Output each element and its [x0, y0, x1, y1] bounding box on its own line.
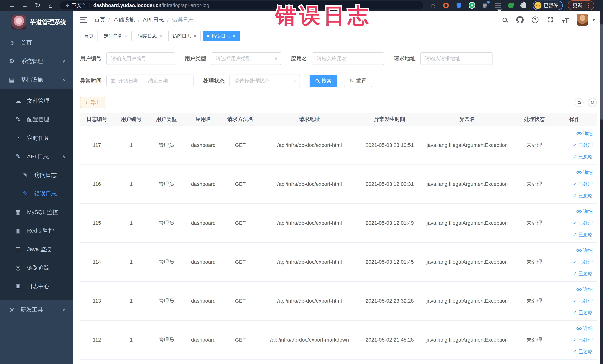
extension-leaf-icon[interactable] [507, 1, 515, 10]
extensions-puzzle-icon[interactable] [520, 1, 528, 10]
page-scrollbar[interactable] [600, 11, 603, 364]
leaf-glyph [508, 3, 514, 8]
date-range-picker[interactable]: ▦ 开始日期 - 结束日期 [106, 75, 194, 87]
sidebar-item-MySQL-监控[interactable]: ▦MySQL 监控 [0, 203, 73, 221]
cell-app: dashboard [184, 126, 223, 165]
tag-view-tab-定时任务[interactable]: 定时任务× [100, 31, 132, 41]
sidebar-item-配置管理[interactable]: ✎配置管理 [0, 110, 73, 129]
tag-view-tab-错误日志[interactable]: 错误日志× [203, 31, 240, 41]
reset-button[interactable]: ↻ 重置 [344, 75, 372, 87]
action-link-已忽略[interactable]: ✓已忽略 [554, 190, 593, 201]
sidebar-item-API-日志[interactable]: ✎API 日志∧ [0, 147, 73, 166]
cell-id: 112 [80, 320, 114, 359]
scrollbar-thumb[interactable] [600, 24, 603, 120]
sidebar-item-错误日志[interactable]: ✎错误日志 [0, 184, 73, 203]
应用名-input[interactable] [312, 52, 384, 65]
refresh-table-button[interactable]: ↻ [588, 98, 597, 107]
tab-close-icon[interactable]: × [233, 33, 236, 39]
tag-view-tab-访问日志[interactable]: 访问日志× [168, 31, 200, 41]
sidebar-item-研发工具[interactable]: ⚒研发工具∨ [0, 300, 73, 319]
sidebar-item-label: 错误日志 [35, 190, 57, 198]
browser-home-icon[interactable]: ⌂ [44, 1, 57, 9]
extension-orange-ring-icon[interactable] [442, 1, 450, 10]
action-link-已忽略[interactable]: ✓已忽略 [554, 268, 593, 279]
action-link-已忽略[interactable]: ✓已忽略 [554, 307, 593, 318]
sidebar-item-文件管理[interactable]: ☁文件管理 [0, 92, 73, 110]
sidebar-item-定时任务[interactable]: ◔定时任务 [0, 129, 73, 147]
用户类型-select[interactable]: ∨ [211, 52, 281, 65]
avatar-caret-down-icon[interactable]: ▾ [593, 17, 595, 23]
user-avatar[interactable] [577, 14, 588, 26]
extension-blue-shield-icon[interactable] [455, 1, 463, 10]
browser-update-button[interactable]: 更新 ⋮ [568, 0, 594, 10]
用户编号-input[interactable] [106, 52, 175, 65]
sidebar-item-基础设施[interactable]: ▤基础设施∧ [0, 70, 73, 89]
action-link-详细[interactable]: 详细 [554, 245, 593, 256]
font-size-icon[interactable]: TT [561, 16, 570, 24]
eye-icon [577, 288, 582, 291]
action-link-已忽略[interactable]: ✓已忽略 [554, 151, 593, 163]
filter-row-1: 用户编号用户类型∨应用名请求地址 [80, 52, 597, 65]
action-link-详细[interactable]: 详细 [554, 128, 593, 140]
github-icon[interactable] [516, 16, 524, 24]
sidebar-item-Redis-监控[interactable]: ▥Redis 监控 [0, 221, 73, 240]
app-logo-block[interactable]: 芋道管理系统 [0, 11, 73, 33]
cell-url: /api/infra/db-doc/export-html [258, 126, 361, 165]
fullscreen-icon[interactable] [546, 16, 555, 24]
tab-label: 错误日志 [212, 33, 230, 39]
sidebar-item-Java-监控[interactable]: ◫Java 监控 [0, 240, 73, 258]
action-link-已处理[interactable]: ✓已处理 [554, 178, 593, 190]
breadcrumb-item[interactable]: API 日志 [143, 16, 164, 23]
profile-paused-chip[interactable]: ☺ 已暂停 [533, 0, 563, 10]
breadcrumb-item[interactable]: 首页 [94, 16, 105, 23]
action-link-详细[interactable]: 详细 [554, 323, 593, 334]
docs-help-icon[interactable]: ? [531, 16, 539, 24]
sidebar-item-链路追踪[interactable]: ◎链路追踪 [0, 258, 73, 277]
action-link-已忽略[interactable]: ✓已忽略 [554, 229, 593, 240]
browser-forward-icon[interactable]: → [18, 1, 31, 9]
toggle-search-button[interactable] [575, 98, 583, 107]
sidebar-collapse-icon[interactable] [80, 17, 87, 23]
browser-reload-icon[interactable]: ↻ [31, 1, 44, 9]
browser-back-icon[interactable]: ← [5, 1, 18, 9]
browser-menu-icon[interactable]: ⋮ [586, 2, 591, 9]
cell-actions: 详细✓已处理✓已忽略 [552, 204, 597, 243]
export-button[interactable]: ↓ 导出 [80, 97, 105, 108]
action-link-详细[interactable]: 详细 [554, 206, 593, 217]
address-bar[interactable]: ⚠ 不安全 dashboard.yudao.iocoder.cn/infra/l… [60, 1, 423, 10]
action-link-详细[interactable]: 详细 [554, 284, 593, 295]
用户类型-select-input[interactable] [211, 52, 281, 65]
sidebar-item-系统管理[interactable]: ⚙系统管理∨ [0, 52, 73, 70]
process-status-select[interactable]: ∨ [230, 75, 300, 87]
sidebar-item-首页[interactable]: ☺首页 [0, 33, 73, 52]
tag-view-tab-首页[interactable]: 首页 [80, 31, 97, 41]
breadcrumb-item[interactable]: 基础设施 [113, 16, 135, 23]
action-link-已处理[interactable]: ✓已处理 [554, 140, 593, 151]
sidebar-item-label: Redis 监控 [27, 227, 54, 235]
tab-close-icon[interactable]: × [194, 33, 196, 39]
sidebar-item-label: 访问日志 [35, 171, 57, 179]
action-link-已处理[interactable]: ✓已处理 [554, 256, 593, 268]
bookmark-star-icon[interactable]: ☆ [429, 1, 437, 10]
search-button[interactable]: 搜索 [310, 75, 337, 87]
tab-close-icon[interactable]: × [125, 33, 128, 39]
not-secure-label: 不安全 [72, 2, 86, 9]
请求地址-input[interactable] [420, 52, 493, 65]
action-link-已处理[interactable]: ✓已处理 [554, 217, 593, 229]
extension-green-check-icon[interactable]: V [468, 1, 476, 10]
action-link-详细[interactable]: 详细 [554, 167, 593, 178]
tag-view-tab-调度日志[interactable]: 调度日志× [134, 31, 166, 41]
sidebar-item-访问日志[interactable]: ✎访问日志 [0, 166, 73, 184]
action-link-已忽略[interactable]: ✓已忽略 [554, 346, 593, 357]
extension-switch-icon[interactable]: on [494, 1, 502, 10]
tab-close-icon[interactable]: × [159, 33, 162, 39]
action-link-已处理[interactable]: ✓已处理 [554, 295, 593, 307]
extension-grid-icon[interactable]: ▦ [481, 1, 489, 10]
action-link-已处理[interactable]: ✓已处理 [554, 334, 593, 346]
column-header-请求地址: 请求地址 [258, 113, 361, 126]
action-label: 已忽略 [578, 190, 593, 201]
tab-label: 调度日志 [138, 33, 157, 39]
search-icon[interactable] [501, 16, 509, 24]
sidebar-item-日志中心[interactable]: ▣日志中心 [0, 277, 73, 295]
process-status-input[interactable] [230, 75, 300, 87]
